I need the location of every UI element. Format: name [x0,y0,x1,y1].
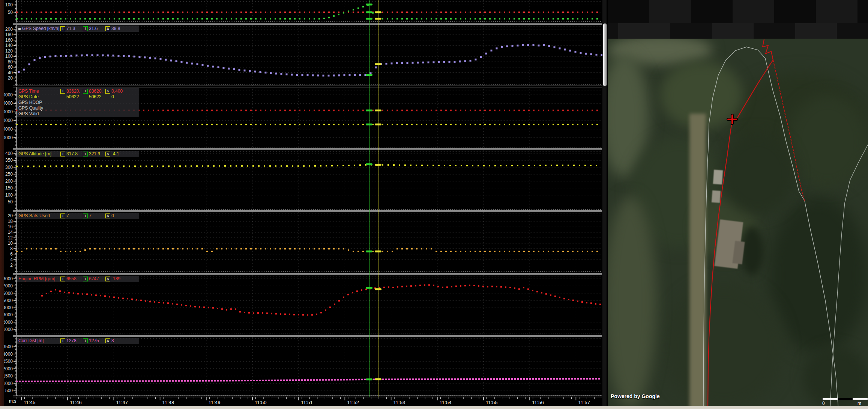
gps-track-red-main [708,39,773,409]
satellite-imagery[interactable] [608,39,868,409]
y-axis-label: 3000 [3,312,13,317]
cursor-yellow-badge-icon: I [60,152,65,156]
y-axis-label: 18 [8,219,13,224]
panel-header-engine-rpm[interactable]: Engine RPM [rpm]I6558I6747Δ-189 [17,276,139,282]
telemetry-app-window: 1005020018016014012010080604020200000000… [0,0,868,409]
y-axis-label: 500 [5,388,13,393]
map-cursor-cross-icon [728,115,736,123]
delta-badge-icon: Δ [105,214,110,218]
panel-header-gps-altitude[interactable]: GPS Altitude [m]I317.8I321.9Δ-4.1 [17,151,139,157]
y-axis-label: 300 [5,165,13,170]
channel-label: Corr Dist [m] [18,338,60,344]
channel-value: 31.6 [89,26,105,32]
delta-badge-icon: Δ [105,89,110,94]
channel-row-gps-valid[interactable]: GPS ValidIIΔ [18,111,138,117]
panel-corr-dist[interactable]: 350030002500200015001000500 [3,335,602,396]
channel-value: 1278 [66,338,83,344]
y-axis-label: 400 [5,151,13,156]
window-left-edge [0,0,4,409]
panel-gps-speed[interactable]: 20018016014012010080604020 [5,23,603,86]
y-axis-label: 350 [5,158,13,163]
channel-value: 83620. [89,89,105,94]
y-axis-label: 200 [5,179,13,184]
map-panel[interactable]: Powered by Google 0 m [608,0,868,409]
time-tick-label: 11:55 [486,400,498,405]
time-tick-label: 11:45 [24,400,36,405]
cursor-yellow-badge-icon: I [60,26,65,31]
cursor-green-badge-icon: I [83,214,88,218]
channel-row-corr-dist-m-[interactable]: Corr Dist [m]I1278I1275Δ3 [18,338,138,344]
y-axis-label: 4000 [3,305,13,310]
delta-badge-icon: Δ [105,26,110,31]
y-axis-label: 2000 [3,366,13,371]
scale-unit-label: m [857,401,861,406]
cursor-green-badge-icon: I [83,152,88,156]
channel-row-gps-altitude-m-[interactable]: GPS Altitude [m]I317.8I321.9Δ-4.1 [18,151,138,157]
time-tick-label: 11:57 [578,400,590,405]
channel-label: Engine RPM [rpm] [18,276,60,282]
y-axis-label: 50 [8,199,13,204]
time-tick-label: 11:52 [347,400,359,405]
cursor-yellow-badge-icon: I [60,214,65,218]
y-axis-label: 150 [5,185,13,191]
channel-row-gps-time[interactable]: GPS TimeI83620.I83620.Δ0.400 [18,89,138,94]
channel-value: 50622 [89,94,105,100]
y-axis-label: 100 [5,2,13,8]
chart-panels-area[interactable]: 1005020018016014012010080604020200000000… [0,0,608,409]
channel-row-gps-sats-used[interactable]: GPS Sats UsedI7I7Δ0 [18,213,138,219]
panel-gps-altitude[interactable]: 40035030025020015010050 [5,149,602,211]
channel-row-gps-quality[interactable]: GPS QualityIIΔ [18,105,138,111]
y-axis-label: 2500 [3,359,13,364]
channel-row-gps-date[interactable]: GPS DateI50622I50622Δ0 [18,94,138,100]
delta-badge-icon: Δ [105,338,110,343]
channel-label: GPS Quality [18,105,60,111]
channel-value: 317.8 [66,151,83,157]
panel-header-gps-sats-used[interactable]: GPS Sats UsedI7I7Δ0 [17,213,139,219]
y-axis-label: 2000 [3,320,13,325]
cursor-green-badge-icon: I [83,277,88,281]
panel-engine-rpm[interactable]: 80007000600050004000300020001000 [3,274,602,335]
cursor-yellow-badge-icon: I [60,338,65,343]
scale-zero-label: 0 [822,401,825,406]
channel-value: 0 [111,94,128,100]
y-axis-label: 20 [8,213,13,218]
track-line-white-right [830,144,868,409]
channel-label: GPS Speed [km/h] [18,26,60,32]
channel-value: 1275 [89,338,105,344]
panel-top-partial[interactable]: 10050 [5,0,602,23]
panel-gps-sats-used[interactable]: 2018161412108642 [8,211,602,274]
cursor-green-badge-icon: I [83,338,88,343]
channel-value: 6558 [66,276,83,282]
channel-value: 50622 [66,94,83,100]
channel-row-gps-speed-km-h-[interactable]: GPS Speed [km/h]I71.3I31.6Δ39.8 [18,26,138,32]
channel-row-gps-hdop[interactable]: GPS HDOPIIΔ [18,100,138,105]
y-axis-label: 1000 [3,381,13,386]
panel-header-gps-time[interactable]: GPS TimeI83620.I83620.Δ0.400GPS DateI506… [17,88,139,117]
chart-scrollbar-thumb[interactable] [603,23,607,86]
channel-row-engine-rpm-rpm-[interactable]: Engine RPM [rpm]I6558I6747Δ-189 [18,276,138,282]
time-tick-label: 11:48 [162,400,174,405]
y-axis-label: 3000 [3,352,13,357]
time-tick-label: 11:46 [70,400,82,405]
channel-value: 6747 [89,276,105,282]
panel-header-corr-dist[interactable]: Corr Dist [m]I1278I1275Δ3 [17,338,139,344]
cursor-yellow-badge-icon: I [60,277,65,281]
panel-header-gps-speed[interactable]: GPS Speed [km/h]I71.3I31.6Δ39.8 [17,26,139,32]
y-axis-label: 100 [5,192,13,198]
y-axis-label: 1000 [3,327,13,332]
channel-value: 0 [111,213,128,219]
channel-label: GPS Sats Used [18,213,60,219]
cursor-yellow-badge-icon: I [60,89,65,94]
y-axis-label: 40 [8,70,13,75]
map-scale-bar: 0 m [822,398,868,406]
channel-value: -189 [111,276,128,282]
chart-canvas[interactable]: 1005020018016014012010080604020200000000… [0,0,608,409]
y-axis-label: 10 [8,241,13,246]
y-axis-label: 140 [5,43,13,48]
y-axis-label: 3500 [3,344,13,349]
cursor-green-badge-icon: I [83,89,88,94]
channel-value: 7 [89,213,105,219]
y-axis-label: 60 [8,65,13,70]
channel-value: 3 [111,338,128,344]
track-line-white-loop [703,47,838,409]
